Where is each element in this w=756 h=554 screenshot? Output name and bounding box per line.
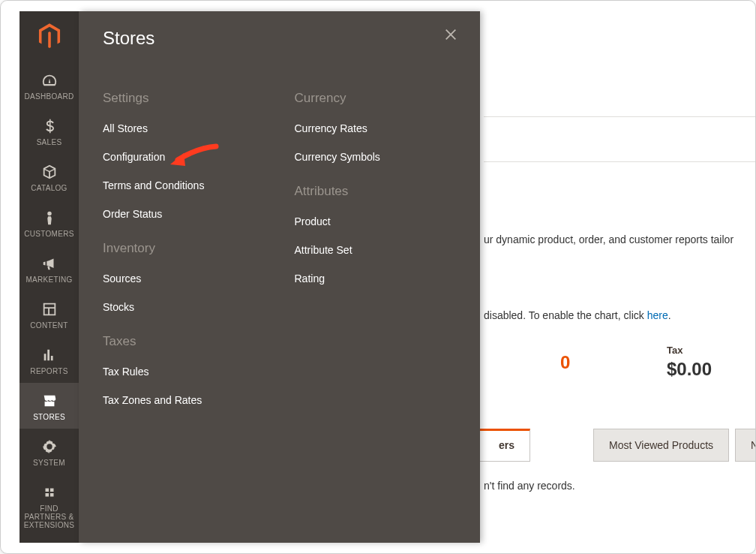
nav-customers[interactable]: CUSTOMERS [20,200,79,245]
dollar-icon [20,116,79,137]
nav-label: CONTENT [20,321,79,330]
nav-label: MARKETING [20,275,79,284]
storefront-icon [20,390,79,411]
megaphone-icon [20,253,79,274]
section-settings-title: Settings [103,91,265,106]
link-attribute-set[interactable]: Attribute Set [295,244,457,256]
link-tax-zones-rates[interactable]: Tax Zones and Rates [103,394,265,406]
tax-stat: Tax $0.00 [667,345,755,380]
gear-icon [20,436,79,457]
nav-label: SYSTEM [20,459,79,467]
close-icon [444,28,458,44]
nav-content[interactable]: CONTENT [20,291,79,337]
admin-left-nav: DASHBOARD SALES CATALOG CUSTOMERS MARKET [20,11,79,543]
magento-logo[interactable] [38,23,61,52]
bi-promo-text: ur dynamic product, order, and customer … [484,233,734,245]
link-configuration[interactable]: Configuration [103,151,265,163]
section-inventory-title: Inventory [103,241,265,256]
link-sources[interactable]: Sources [103,272,265,285]
stores-flyout: Stores Settings All Stores Configuration… [79,11,480,543]
nav-label: STORES [20,413,79,421]
tax-amount: $0.00 [667,359,755,380]
nav-reports[interactable]: REPORTS [20,337,79,383]
link-rating[interactable]: Rating [295,272,457,285]
chart-note-suffix: . [668,309,671,321]
link-product-attr[interactable]: Product [295,215,457,227]
flyout-col-right: Currency Currency Rates Currency Symbols… [295,91,457,423]
nav-system[interactable]: SYSTEM [20,429,79,474]
nav-dashboard[interactable]: DASHBOARD [20,62,79,108]
blocks-icon [20,482,79,503]
chart-note-prefix: disabled. To enable the chart, click [484,309,647,321]
nav-label: REPORTS [20,367,79,375]
dashboard-tabs: Most Viewed Products New Customer [484,429,755,462]
nav-label: SALES [20,138,79,146]
person-icon [20,207,79,228]
tax-label: Tax [667,345,755,356]
flyout-col-left: Settings All Stores Configuration Terms … [103,91,265,423]
divider [484,116,755,117]
section-currency-title: Currency [295,91,457,106]
nav-label: DASHBOARD [20,92,79,101]
section-attributes-title: Attributes [295,184,457,199]
link-currency-symbols[interactable]: Currency Symbols [295,151,457,163]
stat-value-fragment: 0 [560,352,570,373]
gauge-icon [20,70,79,91]
divider [484,161,755,162]
section-taxes-title: Taxes [103,334,265,349]
link-all-stores[interactable]: All Stores [103,122,265,134]
link-stocks[interactable]: Stocks [103,301,265,313]
tab-most-viewed[interactable]: Most Viewed Products [593,429,729,462]
tab-new-customers-fragment[interactable]: New Customer [735,429,755,462]
nav-marketing[interactable]: MARKETING [20,245,79,291]
flyout-title: Stores [103,28,456,49]
link-terms-conditions[interactable]: Terms and Conditions [103,179,265,191]
nav-find-partners[interactable]: FIND PARTNERS & EXTENSIONS [20,474,79,537]
link-tax-rules[interactable]: Tax Rules [103,366,265,378]
link-currency-rates[interactable]: Currency Rates [295,122,457,134]
nav-label: CUSTOMERS [20,230,79,238]
chart-disabled-note: disabled. To enable the chart, click her… [484,309,671,321]
layout-icon [20,299,79,320]
nav-label: FIND PARTNERS & EXTENSIONS [20,504,79,529]
nav-catalog[interactable]: CATALOG [20,154,79,200]
enable-chart-link[interactable]: here [647,309,668,321]
nav-stores[interactable]: STORES [20,383,79,429]
no-records-text: n't find any records. [484,480,575,492]
link-order-status[interactable]: Order Status [103,208,265,220]
bar-chart-icon [20,345,79,366]
box-icon [20,161,79,182]
nav-sales[interactable]: SALES [20,108,79,154]
nav-label: CATALOG [20,184,79,192]
close-button[interactable] [440,25,462,47]
